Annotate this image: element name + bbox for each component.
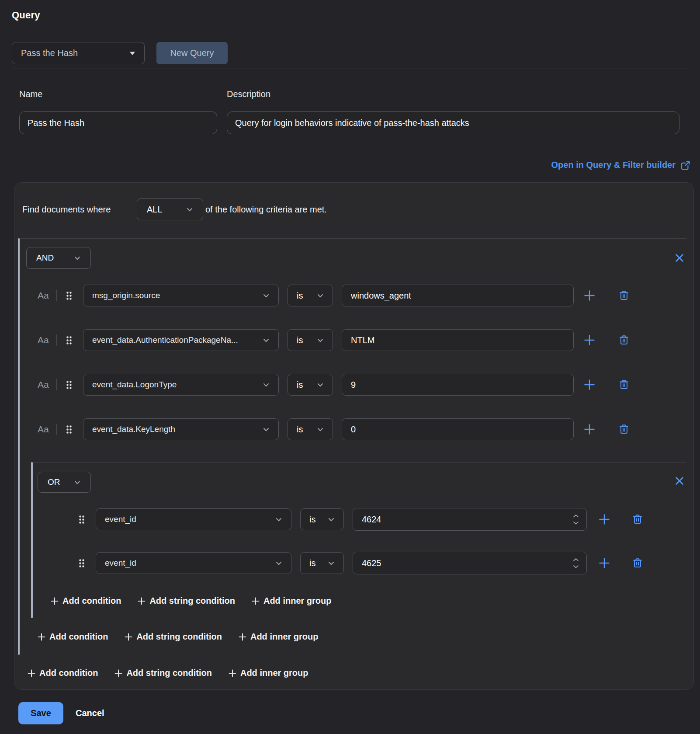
drag-handle-icon[interactable]	[78, 515, 85, 524]
field-select[interactable]: event_id	[96, 552, 291, 574]
operator-select[interactable]: is	[300, 552, 344, 574]
or-operator-select[interactable]: OR	[38, 472, 91, 493]
field-select[interactable]: event_id	[96, 508, 291, 530]
operator-select[interactable]: is	[288, 329, 333, 351]
or-group-top-border	[31, 462, 686, 463]
drag-handle-icon[interactable]	[66, 291, 73, 300]
add-condition-icon-button[interactable]	[584, 379, 595, 390]
field-select-value: event_data.KeyLength	[92, 424, 175, 434]
name-label: Name	[19, 89, 42, 99]
criteria-sentence: Find documents where ALL of the followin…	[22, 198, 327, 220]
save-button[interactable]: Save	[18, 702, 63, 724]
chevron-down-icon	[317, 426, 324, 433]
delete-condition-button[interactable]	[632, 514, 643, 525]
open-query-filter-builder-link[interactable]: Open in Query & Filter builder	[551, 160, 690, 170]
page-title: Query	[12, 10, 40, 21]
stepper-up-icon	[573, 558, 579, 562]
plus-icon	[38, 633, 45, 641]
chevron-down-icon	[74, 254, 81, 261]
field-select-value: msg_origin.source	[92, 291, 160, 300]
plus-icon	[28, 669, 35, 677]
add-inner-group-link[interactable]: Add inner group	[252, 596, 332, 606]
chevron-down-icon	[328, 516, 335, 523]
criteria-sentence-prefix: Find documents where	[22, 205, 137, 215]
field-select[interactable]: event_data.AuthenticationPackageNa...	[83, 329, 279, 351]
operator-select-value: is	[309, 515, 315, 525]
condition-row: event_id is	[78, 552, 643, 574]
value-input[interactable]	[342, 285, 574, 306]
string-type-icon: Aa	[38, 335, 51, 345]
delete-condition-button[interactable]	[618, 379, 630, 390]
and-group-top-border	[18, 238, 686, 239]
match-type-select[interactable]: ALL	[137, 198, 203, 220]
field-select-value: event_data.LogonType	[92, 380, 177, 390]
operator-select-value: is	[297, 380, 303, 390]
or-group-indent-bar	[31, 462, 33, 618]
field-select[interactable]: msg_origin.source	[83, 285, 279, 306]
cancel-button[interactable]: Cancel	[76, 702, 104, 724]
drag-handle-icon[interactable]	[66, 336, 73, 345]
add-condition-icon-button[interactable]	[584, 334, 595, 346]
value-input[interactable]	[342, 329, 574, 351]
add-condition-icon-button[interactable]	[584, 290, 595, 301]
and-group-indent-bar	[18, 238, 20, 655]
delete-condition-button[interactable]	[618, 424, 630, 435]
saved-query-select[interactable]: Pass the Hash	[12, 42, 145, 64]
condition-row: Aa event_data.KeyLength is	[38, 418, 630, 440]
dropdown-triangle-icon	[129, 51, 135, 56]
delete-condition-button[interactable]	[618, 290, 630, 301]
chevron-down-icon	[317, 381, 324, 388]
condition-row: Aa event_data.AuthenticationPackageNa...…	[38, 329, 630, 351]
string-type-icon: Aa	[38, 379, 51, 390]
add-string-condition-link[interactable]: Add string condition	[138, 596, 235, 606]
value-input[interactable]	[342, 418, 574, 440]
chevron-down-icon	[317, 292, 324, 299]
operator-select[interactable]: is	[288, 285, 333, 306]
row-separator	[56, 424, 57, 435]
and-group-remove-button[interactable]	[674, 252, 685, 264]
add-condition-link[interactable]: Add condition	[51, 596, 121, 606]
operator-select[interactable]: is	[288, 374, 333, 396]
add-condition-link[interactable]: Add condition	[28, 668, 98, 678]
and-group-add-links: Add condition Add string condition Add i…	[38, 632, 319, 642]
new-query-button[interactable]: New Query	[156, 42, 228, 64]
name-input[interactable]	[19, 111, 217, 134]
delete-condition-button[interactable]	[618, 334, 630, 346]
add-string-condition-link[interactable]: Add string condition	[114, 668, 212, 678]
open-query-filter-builder-label: Open in Query & Filter builder	[551, 160, 676, 170]
drag-handle-icon[interactable]	[66, 380, 73, 390]
add-inner-group-link[interactable]: Add inner group	[229, 668, 308, 678]
or-group-remove-button[interactable]	[674, 475, 685, 487]
string-type-icon: Aa	[38, 424, 51, 435]
operator-select[interactable]: is	[288, 418, 333, 440]
row-separator	[56, 379, 57, 390]
add-condition-icon-button[interactable]	[584, 424, 595, 435]
plus-icon	[114, 669, 122, 677]
field-select[interactable]: event_data.KeyLength	[83, 418, 279, 440]
description-input[interactable]	[227, 111, 679, 134]
add-condition-icon-button[interactable]	[599, 557, 610, 569]
drag-handle-icon[interactable]	[66, 425, 73, 434]
value-number-input[interactable]	[353, 552, 587, 574]
add-inner-group-link[interactable]: Add inner group	[239, 632, 319, 642]
value-input[interactable]	[342, 374, 574, 396]
and-operator-value: AND	[36, 253, 54, 263]
add-string-condition-link[interactable]: Add string condition	[125, 632, 222, 642]
condition-row: event_id is	[78, 508, 643, 531]
and-operator-select[interactable]: AND	[26, 247, 91, 269]
field-select[interactable]: event_data.LogonType	[83, 374, 279, 396]
number-stepper[interactable]	[573, 514, 579, 525]
field-select-value: event_id	[105, 515, 136, 524]
plus-icon	[252, 597, 260, 605]
chevron-down-icon	[275, 560, 282, 567]
drag-handle-icon[interactable]	[78, 559, 85, 568]
delete-condition-button[interactable]	[632, 557, 643, 569]
value-number-input[interactable]	[353, 508, 587, 531]
chevron-down-icon	[263, 426, 270, 433]
operator-select[interactable]: is	[300, 508, 344, 530]
number-stepper[interactable]	[573, 558, 579, 569]
stepper-down-icon	[573, 521, 579, 525]
add-condition-link[interactable]: Add condition	[38, 632, 108, 642]
add-condition-icon-button[interactable]	[599, 514, 610, 525]
saved-query-select-value: Pass the Hash	[21, 48, 78, 58]
